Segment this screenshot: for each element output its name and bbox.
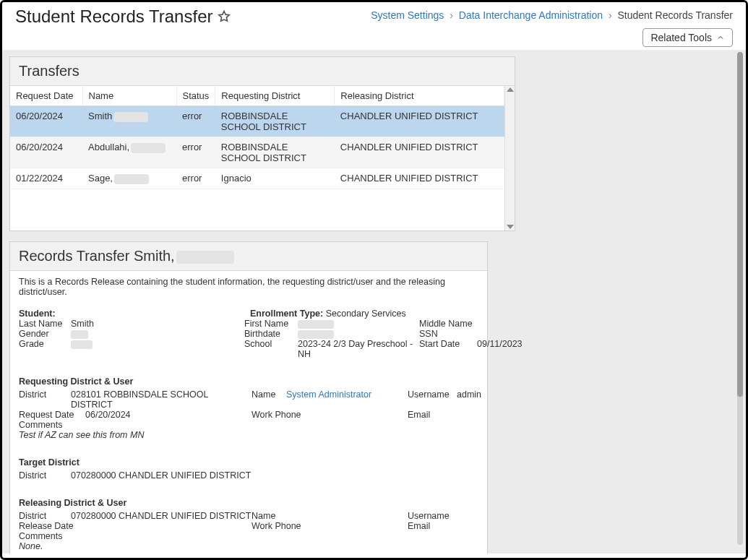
transfers-heading: Transfers	[10, 57, 515, 86]
rel-email-label: Email	[408, 521, 457, 531]
grid-scrollbar[interactable]	[504, 86, 515, 231]
breadcrumb-link-data-interchange[interactable]: Data Interchange Administration	[459, 9, 603, 21]
rel-comments-value: None.	[19, 541, 478, 551]
table-row[interactable]: 06/20/2024 Smith error ROBBINSDALE SCHOO…	[10, 106, 504, 137]
page-scrollbar[interactable]	[737, 52, 743, 545]
detail-heading: Records Transfer Smith,	[10, 242, 487, 271]
req-name-value[interactable]: System Administrator	[286, 389, 408, 400]
birthdate-value	[298, 329, 419, 339]
table-row[interactable]: 06/20/2024 Abdullahi, error ROBBINSDALE …	[10, 137, 504, 168]
breadcrumb-current: Student Records Transfer	[617, 9, 733, 21]
student-section: Student: Enrollment Type: Secondary Serv…	[10, 306, 487, 369]
cell-name: Sage,	[82, 168, 176, 189]
cell-releasing: CHANDLER UNIFIED DISTRICT	[335, 168, 504, 189]
col-name[interactable]: Name	[82, 86, 176, 106]
breadcrumb: System Settings › Data Interchange Admin…	[371, 7, 733, 21]
rel-district-value: 070280000 CHANDLER UNIFIED DISTRICT	[71, 511, 252, 521]
rel-username-label: Username	[408, 511, 457, 521]
req-phone-label: Work Phone	[252, 410, 309, 420]
cell-requesting: ROBBINSDALE SCHOOL DISTRICT	[215, 137, 335, 168]
school-value: 2023-24 2/3 Day Preschool - NH	[298, 339, 419, 359]
req-email-label: Email	[408, 410, 457, 420]
req-date-label: Request Date	[19, 410, 85, 420]
rel-comments-label: Comments	[19, 531, 478, 541]
cell-status: error	[176, 106, 215, 137]
table-row[interactable]: 01/22/2024 Sage, error Ignacio CHANDLER …	[10, 168, 504, 189]
releasing-heading: Releasing District & User	[19, 498, 478, 508]
chevron-up-icon	[716, 33, 725, 42]
start-date-label: Start Date	[419, 339, 477, 349]
cell-status: error	[176, 168, 215, 189]
scroll-down-icon[interactable]	[507, 225, 514, 229]
rel-district-label: District	[19, 511, 71, 521]
cell-releasing: CHANDLER UNIFIED DISTRICT	[335, 137, 504, 168]
req-username-value: admin	[457, 389, 500, 400]
chevron-right-icon: ›	[609, 9, 612, 21]
table-header-row: Request Date Name Status Requesting Dist…	[10, 86, 504, 106]
records-transfer-detail-panel: Records Transfer Smith, This is a Record…	[9, 241, 488, 553]
gender-label: Gender	[19, 329, 71, 339]
cell-requesting: ROBBINSDALE SCHOOL DISTRICT	[215, 106, 335, 137]
requesting-heading: Requesting District & User	[19, 376, 478, 387]
grade-value	[71, 339, 244, 349]
first-name-label: First Name	[244, 319, 298, 329]
col-releasing-district[interactable]: Releasing District	[335, 86, 504, 106]
cell-name: Abdullahi,	[82, 137, 176, 168]
req-date-value: 06/20/2024	[85, 410, 252, 420]
detail-description: This is a Records Release containing the…	[10, 271, 487, 306]
cell-releasing: CHANDLER UNIFIED DISTRICT	[335, 106, 504, 137]
target-district-label: District	[19, 470, 71, 481]
last-name-label: Last Name	[19, 319, 71, 329]
cell-name: Smith	[82, 106, 176, 137]
rel-phone-label: Work Phone	[252, 521, 309, 531]
enrollment-type-label: Enrollment Type:	[250, 309, 323, 319]
requesting-section: Requesting District & User District 0281…	[10, 369, 487, 450]
rel-name-label: Name	[252, 511, 286, 521]
req-comments-value: Test if AZ can see this from MN	[19, 430, 478, 440]
cell-date: 01/22/2024	[10, 168, 82, 189]
target-heading: Target District	[19, 457, 478, 468]
birthdate-label: Birthdate	[244, 329, 298, 339]
cell-date: 06/20/2024	[10, 106, 82, 137]
ssn-label: SSN	[419, 329, 477, 339]
req-name-label: Name	[252, 389, 286, 400]
req-district-label: District	[19, 389, 71, 400]
school-label: School	[244, 339, 298, 349]
grade-label: Grade	[19, 339, 71, 349]
middle-name-label: Middle Name	[419, 319, 477, 329]
chevron-right-icon: ›	[450, 9, 453, 21]
enrollment-type-value: Secondary Services	[326, 309, 406, 319]
favorite-star-icon[interactable]	[217, 9, 231, 24]
transfers-panel: Transfers Request Date Name Status Reque…	[9, 56, 515, 231]
first-name-value	[298, 319, 419, 329]
page-title: Student Records Transfer	[15, 7, 212, 27]
gender-value	[71, 329, 244, 339]
col-request-date[interactable]: Request Date	[10, 86, 82, 106]
scroll-up-icon[interactable]	[507, 87, 514, 92]
breadcrumb-link-system-settings[interactable]: System Settings	[371, 9, 444, 21]
cell-requesting: Ignacio	[215, 168, 335, 189]
cell-date: 06/20/2024	[10, 137, 82, 168]
req-username-label: Username	[408, 389, 457, 400]
releasing-section: Releasing District & User District 07028…	[10, 491, 487, 553]
related-tools-button[interactable]: Related Tools	[642, 28, 733, 47]
last-name-value: Smith	[71, 319, 244, 329]
col-status[interactable]: Status	[176, 86, 215, 106]
cell-status: error	[176, 137, 215, 168]
req-district-value: 028101 ROBBINSDALE SCHOOL DISTRICT	[71, 389, 252, 410]
student-heading: Student:	[19, 309, 56, 319]
start-date-value: 09/11/2023	[477, 339, 542, 349]
target-section: Target District District 070280000 CHAND…	[10, 450, 487, 491]
target-district-value: 070280000 CHANDLER UNIFIED DISTRICT	[71, 470, 360, 481]
related-tools-label: Related Tools	[650, 32, 712, 43]
req-comments-label: Comments	[19, 420, 478, 430]
rel-date-label: Release Date	[19, 521, 85, 531]
col-requesting-district[interactable]: Requesting District	[215, 86, 335, 106]
